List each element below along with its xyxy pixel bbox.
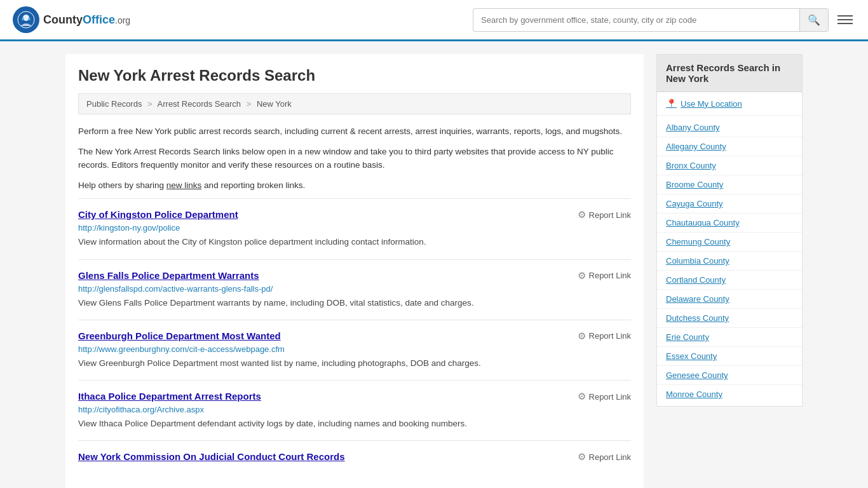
result-item: New York Commission On Judicial Conduct … bbox=[78, 440, 631, 475]
logo-text: CountyOffice.org bbox=[43, 13, 130, 27]
report-icon-0: ⚙ bbox=[578, 209, 586, 220]
result-desc-1: View Glens Falls Police Department warra… bbox=[78, 297, 631, 309]
report-icon-1: ⚙ bbox=[578, 270, 586, 281]
sidebar-county-dutchess-county[interactable]: Dutchess County bbox=[657, 309, 802, 328]
new-links-link[interactable]: new links bbox=[166, 180, 202, 190]
sidebar-county-delaware-county[interactable]: Delaware County bbox=[657, 290, 802, 309]
sidebar-county-bronx-county[interactable]: Bronx County bbox=[657, 156, 802, 175]
sidebar-county-chautauqua-county[interactable]: Chautauqua County bbox=[657, 214, 802, 233]
report-icon-2: ⚙ bbox=[578, 330, 586, 342]
description-3-post: and reporting broken links. bbox=[201, 180, 305, 190]
use-my-location-link[interactable]: 📍 Use My Location bbox=[657, 92, 802, 116]
breadcrumb-arrest-records-search[interactable]: Arrest Records Search bbox=[158, 99, 241, 109]
sidebar-county-cayuga-county[interactable]: Cayuga County bbox=[657, 194, 802, 214]
report-link-button-4[interactable]: ⚙ Report Link bbox=[578, 451, 631, 463]
logo-icon bbox=[13, 6, 39, 33]
result-url-1[interactable]: http://glensfallspd.com/active-warrants-… bbox=[78, 284, 631, 294]
page-title: New York Arrest Records Search bbox=[78, 67, 631, 85]
sidebar: Arrest Records Search in New York 📍 Use … bbox=[656, 54, 803, 488]
report-link-label-0: Report Link bbox=[589, 210, 631, 220]
search-button[interactable]: 🔍 bbox=[799, 9, 828, 31]
result-item: Ithaca Police Department Arrest Reports … bbox=[78, 380, 631, 440]
sidebar-county-erie-county[interactable]: Erie County bbox=[657, 328, 802, 347]
result-desc-3: View Ithaca Police Department defendant … bbox=[78, 417, 631, 430]
result-title-3[interactable]: Ithaca Police Department Arrest Reports bbox=[78, 391, 261, 402]
page-wrapper: New York Arrest Records Search Public Re… bbox=[53, 41, 815, 488]
search-bar: 🔍 bbox=[473, 8, 829, 32]
sidebar-county-genesee-county[interactable]: Genesee County bbox=[657, 366, 802, 385]
hamburger-line-3 bbox=[837, 23, 853, 24]
description-3-pre: Help others by sharing bbox=[78, 180, 166, 190]
results-container: City of Kingston Police Department ⚙ Rep… bbox=[78, 198, 631, 475]
report-link-button-0[interactable]: ⚙ Report Link bbox=[578, 209, 631, 220]
result-title-1[interactable]: Glens Falls Police Department Warrants bbox=[78, 270, 259, 281]
breadcrumb: Public Records > Arrest Records Search >… bbox=[78, 93, 631, 114]
use-my-location-label: Use My Location bbox=[681, 99, 742, 109]
result-header-0: City of Kingston Police Department ⚙ Rep… bbox=[78, 209, 631, 220]
breadcrumb-sep-2: > bbox=[247, 99, 252, 109]
sidebar-county-chemung-county[interactable]: Chemung County bbox=[657, 233, 802, 252]
result-header-2: Greenburgh Police Department Most Wanted… bbox=[78, 330, 631, 342]
breadcrumb-new-york[interactable]: New York bbox=[257, 99, 292, 109]
hamburger-line-2 bbox=[837, 19, 853, 20]
sidebar-county-broome-county[interactable]: Broome County bbox=[657, 175, 802, 194]
result-desc-2: View Greenburgh Police Department most w… bbox=[78, 357, 631, 370]
pin-icon: 📍 bbox=[666, 98, 677, 109]
result-title-4[interactable]: New York Commission On Judicial Conduct … bbox=[78, 451, 345, 462]
svg-point-1 bbox=[23, 15, 29, 21]
result-header-1: Glens Falls Police Department Warrants ⚙… bbox=[78, 270, 631, 281]
header-controls: 🔍 bbox=[473, 8, 855, 32]
sidebar-county-cortland-county[interactable]: Cortland County bbox=[657, 271, 802, 290]
report-link-button-3[interactable]: ⚙ Report Link bbox=[578, 391, 631, 402]
sidebar-county-essex-county[interactable]: Essex County bbox=[657, 347, 802, 366]
report-link-button-1[interactable]: ⚙ Report Link bbox=[578, 270, 631, 281]
report-icon-4: ⚙ bbox=[578, 451, 586, 463]
sidebar-counties-list: Albany CountyAllegany CountyBronx County… bbox=[657, 116, 802, 406]
sidebar-county-columbia-county[interactable]: Columbia County bbox=[657, 252, 802, 271]
result-title-2[interactable]: Greenburgh Police Department Most Wanted bbox=[78, 330, 281, 341]
report-link-label-2: Report Link bbox=[589, 331, 631, 341]
result-header-3: Ithaca Police Department Arrest Reports … bbox=[78, 391, 631, 402]
report-link-label-3: Report Link bbox=[589, 392, 631, 402]
report-link-label-1: Report Link bbox=[589, 271, 631, 280]
result-item: Glens Falls Police Department Warrants ⚙… bbox=[78, 259, 631, 320]
sidebar-county-allegany-county[interactable]: Allegany County bbox=[657, 137, 802, 156]
description-3: Help others by sharing new links and rep… bbox=[78, 179, 631, 193]
sidebar-box: Arrest Records Search in New York 📍 Use … bbox=[656, 54, 803, 407]
svg-point-2 bbox=[22, 18, 24, 20]
result-item: City of Kingston Police Department ⚙ Rep… bbox=[78, 198, 631, 259]
result-title-0[interactable]: City of Kingston Police Department bbox=[78, 209, 238, 220]
result-url-0[interactable]: http://kingston-ny.gov/police bbox=[78, 223, 631, 233]
search-input[interactable] bbox=[473, 10, 799, 30]
report-link-label-4: Report Link bbox=[589, 452, 631, 462]
result-url-3[interactable]: http://cityofithaca.org/Archive.aspx bbox=[78, 405, 631, 414]
sidebar-county-monroe-county[interactable]: Monroe County bbox=[657, 385, 802, 403]
breadcrumb-sep-1: > bbox=[147, 99, 153, 109]
site-header: CountyOffice.org 🔍 bbox=[0, 0, 868, 41]
hamburger-menu-button[interactable] bbox=[835, 13, 855, 27]
sidebar-county-albany-county[interactable]: Albany County bbox=[657, 118, 802, 137]
description-1: Perform a free New York public arrest re… bbox=[78, 125, 631, 139]
report-link-button-2[interactable]: ⚙ Report Link bbox=[578, 330, 631, 342]
result-header-4: New York Commission On Judicial Conduct … bbox=[78, 451, 631, 463]
result-item: Greenburgh Police Department Most Wanted… bbox=[78, 320, 631, 380]
breadcrumb-public-records[interactable]: Public Records bbox=[86, 99, 142, 109]
description-2: The New York Arrest Records Search links… bbox=[78, 145, 631, 172]
result-url-2[interactable]: http://www.greenburghny.com/cit-e-access… bbox=[78, 344, 631, 354]
hamburger-line-1 bbox=[837, 15, 853, 17]
report-icon-3: ⚙ bbox=[578, 391, 586, 402]
result-desc-0: View information about the City of Kings… bbox=[78, 236, 631, 248]
logo-area: CountyOffice.org bbox=[13, 6, 130, 33]
svg-point-3 bbox=[28, 18, 31, 20]
sidebar-heading: Arrest Records Search in New York bbox=[657, 55, 802, 92]
main-content: New York Arrest Records Search Public Re… bbox=[65, 54, 644, 488]
